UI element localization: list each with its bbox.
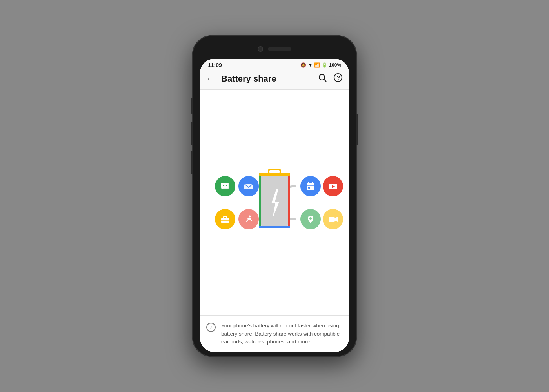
status-time: 11:09 — [208, 62, 222, 68]
earpiece-speaker — [268, 47, 291, 51]
svg-point-8 — [226, 185, 227, 185]
svg-rect-17 — [259, 173, 261, 228]
mute-button — [191, 98, 193, 114]
battery-icon: 🔋 — [322, 62, 327, 68]
message-app-icon — [215, 176, 235, 196]
svg-point-7 — [225, 185, 225, 185]
maps-app-icon — [300, 209, 321, 229]
phone-notch — [192, 35, 357, 59]
search-button[interactable] — [318, 73, 327, 85]
help-button[interactable]: ? — [333, 73, 343, 85]
svg-rect-32 — [329, 217, 335, 222]
power-button — [356, 114, 358, 145]
volume-up-button — [191, 122, 193, 145]
illustration-container — [208, 160, 341, 246]
svg-rect-20 — [259, 226, 290, 228]
svg-marker-33 — [335, 217, 338, 222]
volume-down-button — [191, 151, 193, 174]
app-bar-actions: ? — [318, 73, 343, 85]
status-icons: 🔕 ▼ 📶 🔋 100% — [300, 62, 341, 68]
svg-rect-18 — [288, 173, 290, 228]
svg-text:?: ? — [337, 74, 340, 81]
info-icon: i — [206, 323, 216, 332]
svg-line-1 — [324, 80, 327, 82]
calendar-app-icon — [300, 176, 321, 196]
svg-point-0 — [319, 74, 325, 80]
phone-device: 11:09 🔕 ▼ 📶 🔋 100% ← Battery share — [192, 35, 357, 357]
svg-point-15 — [249, 215, 251, 217]
info-section: i Your phone's battery will run out fast… — [200, 315, 349, 352]
youtube-app-icon — [323, 176, 343, 196]
front-camera — [258, 46, 263, 52]
svg-point-31 — [309, 217, 312, 220]
wifi-icon: ▼ — [308, 62, 313, 68]
page-title: Battery share — [221, 74, 311, 84]
main-content: i Your phone's battery will run out fast… — [200, 90, 349, 352]
battery-percent: 100% — [329, 62, 341, 68]
svg-rect-28 — [308, 187, 310, 189]
camera-app-icon — [323, 209, 343, 229]
do-not-disturb-icon: 🔕 — [300, 62, 306, 68]
signal-icon: 📶 — [314, 62, 320, 68]
center-battery-icon — [255, 167, 294, 238]
svg-rect-19 — [259, 173, 290, 176]
back-button[interactable]: ← — [206, 74, 215, 84]
info-text: Your phone's battery will run out faster… — [221, 322, 343, 346]
status-bar: 11:09 🔕 ▼ 📶 🔋 100% — [200, 59, 349, 70]
briefcase-app-icon — [215, 209, 235, 229]
battery-share-illustration — [200, 90, 349, 315]
phone-screen: 11:09 🔕 ▼ 📶 🔋 100% ← Battery share — [200, 59, 349, 352]
app-bar: ← Battery share ? — [200, 70, 349, 89]
svg-point-6 — [223, 185, 224, 185]
